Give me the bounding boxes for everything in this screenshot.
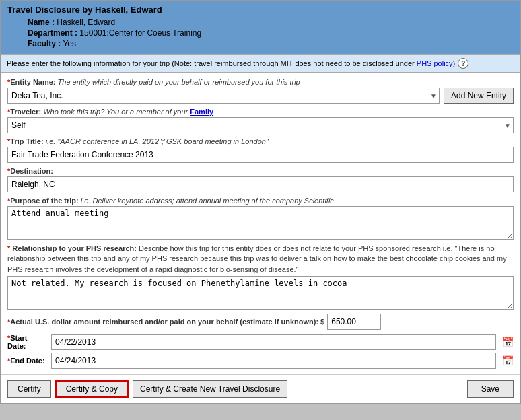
purpose-row: *Purpose of the trip: i.e. Deliver keyno… xyxy=(7,197,514,240)
notice-bar: Please enter the following information f… xyxy=(1,54,520,73)
certify-button[interactable]: Certify xyxy=(7,380,51,398)
faculty-label: Faculty : xyxy=(28,39,61,48)
end-date-line: *End Date: 📅 xyxy=(7,353,514,369)
add-entity-button[interactable]: Add New Entity xyxy=(444,88,514,104)
purpose-label: *Purpose of the trip: i.e. Deliver keyno… xyxy=(7,197,514,205)
start-date-calendar-icon[interactable]: 📅 xyxy=(501,335,514,349)
notice-text: Please enter the following information f… xyxy=(7,59,455,67)
phs-label: * Relationship to your PHS research: Des… xyxy=(7,244,514,275)
name-value: Haskell, Edward xyxy=(57,18,115,27)
start-date-input[interactable] xyxy=(51,334,496,350)
entity-select[interactable]: Deka Tea, Inc. xyxy=(7,88,440,104)
header: Travel Disclosure by Haskell, Edward Nam… xyxy=(1,1,520,54)
phs-row: * Relationship to your PHS research: Des… xyxy=(7,244,514,310)
destination-row: *Destination: xyxy=(7,167,514,193)
amount-input-row: *Actual U.S. dollar amount reimbursed an… xyxy=(7,314,514,330)
dept-value: 150001:Center for Coeus Training xyxy=(79,28,201,38)
name-row: Name : Haskell, Edward xyxy=(28,18,514,27)
entity-name-row: *Entity Name: The entity which directly … xyxy=(7,78,514,104)
entity-input-row: Deka Tea, Inc. ▼ Add New Entity xyxy=(7,88,514,104)
traveler-select[interactable]: Self xyxy=(7,117,514,133)
dates-section: *Start Date: 📅 *End Date: 📅 xyxy=(7,334,514,369)
name-label: Name : xyxy=(28,18,55,27)
save-button[interactable]: Save xyxy=(467,380,514,398)
trip-title-input[interactable] xyxy=(7,147,514,163)
form-body: *Entity Name: The entity which directly … xyxy=(1,73,520,374)
trip-title-row: *Trip Title: i.e. "AACR conference in LA… xyxy=(7,137,514,163)
phs-policy-link[interactable]: PHS policy xyxy=(417,59,453,67)
dept-label: Department : xyxy=(28,28,77,38)
end-date-calendar-icon[interactable]: 📅 xyxy=(501,354,514,368)
dept-row: Department : 150001:Center for Coeus Tra… xyxy=(28,28,514,38)
help-icon[interactable]: ? xyxy=(458,58,468,69)
destination-input[interactable] xyxy=(7,176,514,193)
traveler-row: *Traveler: Who took this trip? You or a … xyxy=(7,108,514,133)
certify-create-button[interactable]: Certify & Create New Travel Disclosure xyxy=(133,380,287,398)
certify-copy-button[interactable]: Certify & Copy xyxy=(55,380,129,398)
family-link[interactable]: Family xyxy=(190,108,213,116)
footer-buttons: Certify Certify & Copy Certify & Create … xyxy=(1,374,520,403)
faculty-row: Faculty : Yes xyxy=(28,39,514,48)
start-date-label: *Start Date: xyxy=(7,334,46,350)
header-info: Name : Haskell, Edward Department : 1500… xyxy=(7,18,514,48)
main-container: Travel Disclosure by Haskell, Edward Nam… xyxy=(0,0,521,404)
destination-label: *Destination: xyxy=(7,167,514,175)
traveler-label: *Traveler: Who took this trip? You or a … xyxy=(7,108,514,116)
end-date-label: *End Date: xyxy=(7,357,46,365)
phs-textarea[interactable]: Not related. My research is focused on P… xyxy=(7,276,514,310)
end-date-input[interactable] xyxy=(51,353,496,369)
trip-title-label: *Trip Title: i.e. "AACR conference in LA… xyxy=(7,137,514,145)
faculty-value: Yes xyxy=(63,39,76,48)
start-date-line: *Start Date: 📅 xyxy=(7,334,514,350)
amount-row: *Actual U.S. dollar amount reimbursed an… xyxy=(7,314,514,330)
entity-name-label: *Entity Name: The entity which directly … xyxy=(7,78,514,86)
purpose-textarea[interactable]: Attend anual meeting xyxy=(7,206,514,240)
traveler-select-wrapper: Self ▼ xyxy=(7,117,514,133)
entity-select-wrapper: Deka Tea, Inc. ▼ xyxy=(7,88,440,104)
page-title: Travel Disclosure by Haskell, Edward xyxy=(7,5,514,15)
amount-input[interactable] xyxy=(327,314,381,330)
amount-label: *Actual U.S. dollar amount reimbursed an… xyxy=(7,318,324,326)
